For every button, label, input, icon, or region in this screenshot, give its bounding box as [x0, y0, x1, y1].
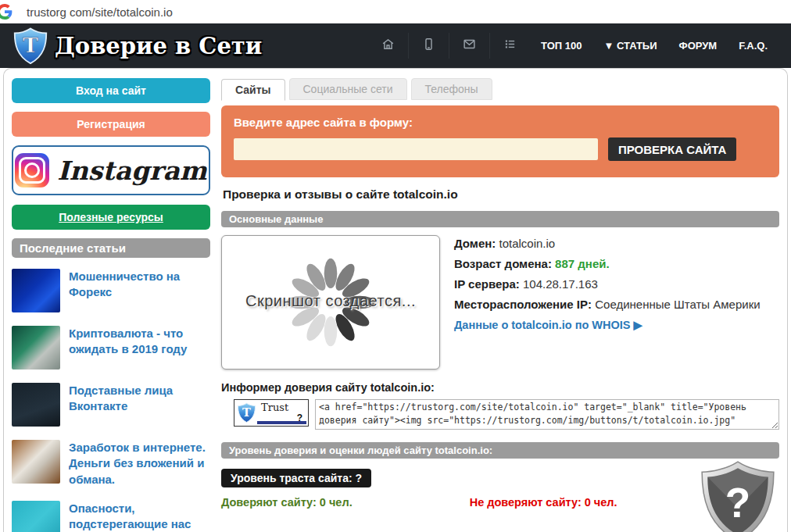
ip-value: 104.28.17.163 — [523, 277, 598, 291]
home-icon[interactable] — [367, 33, 408, 59]
article-thumbnail-forex — [12, 269, 60, 312]
article-item-crypto[interactable]: Криптовалюта - что ожидать в 2019 году — [12, 326, 210, 370]
tab-social-networks[interactable]: Социальные сети — [289, 78, 407, 100]
check-site-button[interactable]: ПРОВЕРКА САЙТА — [608, 137, 736, 161]
shield-question-text: ? — [725, 480, 750, 526]
location-row: Месторасположение IP: Соединенные Штаты … — [454, 298, 761, 311]
nav-articles-dropdown[interactable]: ▼ СТАТЬИ — [592, 34, 668, 58]
informer-title: Информер доверия сайту totalcoin.io: — [221, 381, 779, 394]
instagram-icon — [15, 153, 49, 187]
register-button[interactable]: Регистрация — [12, 112, 210, 137]
article-thumbnail-earnings — [12, 440, 60, 484]
location-value: Соединенные Штаты Америки — [595, 298, 760, 311]
svg-text:T: T — [23, 33, 38, 57]
question-shield-icon: ? — [696, 460, 779, 532]
basic-data-section-header: Основные данные — [221, 211, 779, 227]
phone-icon[interactable] — [408, 33, 449, 59]
page-title: Проверка и отзывы о сайте totalcoin.io — [223, 187, 778, 202]
browser-url-bar: trustorg com/site/totalcoin.io — [0, 0, 791, 23]
check-form-label: Введите адрес сайта в форму: — [234, 116, 767, 129]
site-screenshot-placeholder: Скриншот создается... — [221, 235, 440, 370]
trust-informer-badge: T Trust ? — [234, 399, 309, 427]
trust-level-badge: Уровень траста сайта: ? — [221, 469, 371, 487]
informer-embed-code-textarea[interactable]: <a href="https://trustorg.com/site/total… — [315, 399, 779, 430]
trust-negative-count: Не доверяют сайту: 0 чел. — [470, 496, 617, 509]
article-item-vk[interactable]: Подставные лица Вконтакте — [12, 383, 210, 427]
domain-info: Домен: totalcoin.io Возраст домена: 887 … — [454, 235, 761, 370]
nav-forum[interactable]: ФОРУМ — [668, 34, 728, 58]
tab-sites[interactable]: Сайты — [221, 79, 285, 101]
trust-shield-logo-icon: T — [13, 27, 48, 65]
age-label: Возраст домена: — [454, 257, 552, 270]
domain-label: Домен: — [454, 237, 496, 250]
trust-section-header: Уровень доверия и оценки людей сайту tot… — [221, 442, 779, 459]
tab-phones[interactable]: Телефоны — [411, 78, 492, 100]
article-link[interactable]: Криптовалюта - что ожидать в 2019 году — [69, 326, 210, 370]
informer-shield-icon: T — [237, 402, 256, 423]
article-link[interactable]: Мошенничество на Форекс — [69, 269, 210, 312]
mail-icon[interactable] — [449, 33, 489, 59]
header-nav: ТОП 100 ▼ СТАТЬИ ФОРУМ F.A.Q. — [367, 33, 778, 59]
instagram-banner[interactable]: Instagram — [12, 145, 210, 195]
domain-row: Домен: totalcoin.io — [454, 237, 761, 250]
age-row: Возраст домена: 887 дней. — [454, 257, 761, 270]
nav-faq[interactable]: F.A.Q. — [728, 34, 778, 58]
main-panel: Сайты Социальные сети Телефоны Введите а… — [221, 78, 779, 523]
informer-brand-text: Trust — [261, 402, 288, 413]
trust-positive-count: Доверяют сайту: 0 чел. — [221, 496, 353, 509]
article-thumbnail-crypto — [12, 326, 60, 370]
site-address-input[interactable] — [234, 138, 598, 160]
page-url[interactable]: trustorg com/site/totalcoin.io — [27, 5, 173, 19]
article-thumbnail-vk — [12, 383, 60, 427]
age-value: 887 дней. — [555, 257, 610, 270]
svg-text:T: T — [242, 405, 251, 419]
sidebar: Вход на сайт Регистрация Instagram Полез… — [12, 78, 210, 523]
nav-top100[interactable]: ТОП 100 — [530, 34, 592, 58]
article-link[interactable]: Подставные лица Вконтакте — [69, 383, 210, 427]
article-item-dangers[interactable]: Опасности, подстерегающие нас — [12, 501, 210, 532]
ip-label: IP сервера: — [454, 277, 520, 291]
whois-link[interactable]: Данные о totalcoin.io по WHOIS ▶ — [454, 319, 642, 331]
article-link[interactable]: Опасности, подстерегающие нас — [69, 501, 210, 532]
article-link[interactable]: Заработок в интернете. Деньги без вложен… — [69, 440, 210, 487]
check-tabs: Сайты Социальные сети Телефоны — [221, 78, 779, 100]
content-frame: Вход на сайт Регистрация Instagram Полез… — [3, 68, 788, 532]
ip-row: IP сервера: 104.28.17.163 — [454, 277, 761, 291]
article-item-earnings[interactable]: Заработок в интернете. Деньги без вложен… — [12, 440, 210, 487]
login-button[interactable]: Вход на сайт — [12, 78, 210, 103]
site-check-panel: Введите адрес сайта в форму: ПРОВЕРКА СА… — [221, 105, 779, 177]
screenshot-loading-text: Скриншот создается... — [222, 292, 439, 310]
location-label: Месторасположение IP: — [454, 298, 592, 311]
article-thumbnail-dangers — [12, 501, 60, 532]
informer-blue-bar — [257, 421, 306, 424]
useful-resources-button[interactable]: Полезные ресурсы — [12, 205, 210, 230]
site-title: Доверие в Сети — [55, 33, 262, 59]
article-item-forex[interactable]: Мошенничество на Форекс — [12, 269, 210, 312]
instagram-label: Instagram — [57, 155, 206, 186]
latest-articles-header: Последние статьи — [12, 238, 210, 258]
domain-value: totalcoin.io — [499, 237, 556, 250]
site-logo[interactable]: T Доверие в Сети — [13, 27, 262, 65]
site-header: T Доверие в Сети ТОП 100 ▼ СТАТЬИ ФОРУМ … — [0, 23, 791, 68]
list-icon[interactable] — [489, 33, 530, 59]
google-favicon-icon — [0, 4, 13, 20]
